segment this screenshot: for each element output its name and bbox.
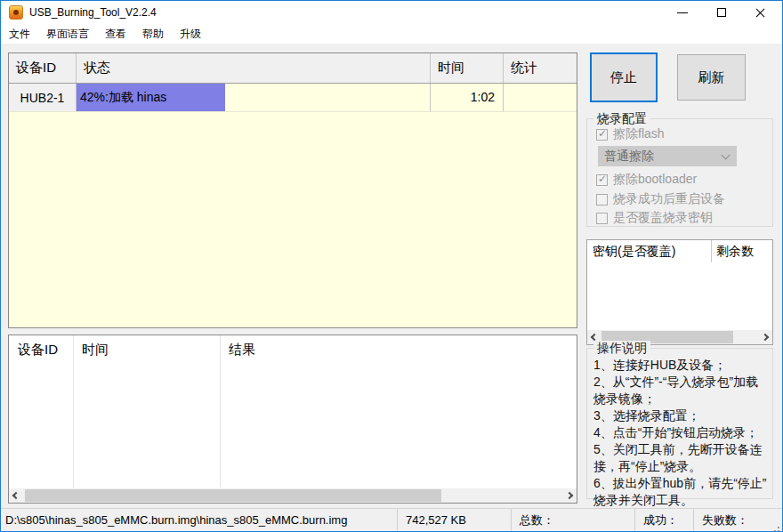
- app-icon: [9, 5, 23, 20]
- device-table: 设备ID 状态 时间 统计 HUB2-1 42%:加载 hinas 1:02: [8, 52, 577, 328]
- erase-bootloader-option: 擦除bootloader: [596, 172, 697, 188]
- instruction-step: 2、从“文件”-“导入烧录包”加载烧录镜像；: [593, 374, 769, 407]
- app-window: USB_Burning_Tool_V2.2.4 文件 界面语言 查看 帮助 升级…: [0, 0, 783, 532]
- status-fail-label: 失败数：: [693, 509, 782, 531]
- status-bar: D:\s805\hinas_s805_eMMC.burn.img\hinas_s…: [1, 508, 782, 531]
- erase-bootloader-checkbox: [596, 174, 608, 186]
- status-file-path: D:\s805\hinas_s805_eMMC.burn.img\hinas_s…: [1, 509, 397, 531]
- key-table-col-remaining: 剩余数: [712, 240, 772, 262]
- device-id-cell: HUB2-1: [9, 84, 77, 111]
- device-table-col-device-id: 设备ID: [9, 53, 77, 83]
- overwrite-key-label: 是否覆盖烧录密钥: [613, 210, 713, 226]
- column-divider: [220, 335, 221, 488]
- status-total-label: 总数：: [511, 509, 634, 531]
- title-bar: USB_Burning_Tool_V2.2.4: [1, 1, 782, 24]
- device-table-col-stats: 统计: [504, 53, 577, 83]
- status-cell: 42%:加载 hinas: [77, 84, 431, 111]
- result-table-col-device-id: 设备ID: [9, 335, 73, 365]
- maximize-button[interactable]: [702, 1, 741, 24]
- minimize-icon: [677, 12, 688, 13]
- status-file-size: 742,527 KB: [397, 509, 511, 531]
- minimize-button[interactable]: [663, 1, 702, 24]
- erase-flash-checkbox: [596, 129, 608, 141]
- overwrite-key-checkbox: [596, 213, 608, 224]
- close-button[interactable]: [741, 1, 780, 24]
- menu-item-file[interactable]: 文件: [1, 24, 38, 44]
- window-controls: [663, 1, 780, 24]
- scroll-left-icon[interactable]: [9, 488, 23, 503]
- overwrite-key-option: 是否覆盖烧录密钥: [596, 210, 713, 226]
- erase-mode-dropdown: 普通擦除: [598, 146, 737, 166]
- reset-after-success-checkbox: [596, 194, 608, 206]
- instruction-step: 4、点击“开始”按钮启动烧录；: [593, 424, 769, 441]
- key-table-col-key: 密钥(是否覆盖): [587, 240, 712, 262]
- reset-after-success-option: 烧录成功后重启设备: [596, 191, 725, 207]
- device-table-col-time: 时间: [431, 53, 504, 83]
- key-table-header: 密钥(是否覆盖) 剩余数: [587, 240, 772, 262]
- erase-flash-label: 擦除flash: [613, 126, 665, 142]
- time-cell: 1:02: [431, 84, 504, 111]
- menu-item-language[interactable]: 界面语言: [38, 24, 97, 44]
- device-row[interactable]: HUB2-1 42%:加载 hinas 1:02: [9, 84, 577, 112]
- instruction-step: 5、关闭工具前，先断开设备连接，再“停止”烧录。: [593, 441, 769, 475]
- erase-flash-option: 擦除flash: [596, 126, 665, 142]
- scroll-right-icon[interactable]: [562, 488, 577, 503]
- status-text: 42%:加载 hinas: [77, 84, 430, 111]
- status-success-label: 成功：: [634, 509, 693, 531]
- stop-button[interactable]: 停止: [590, 52, 658, 102]
- result-table-col-time: 时间: [73, 335, 220, 365]
- reset-after-success-label: 烧录成功后重启设备: [613, 191, 725, 207]
- menu-bar: 文件 界面语言 查看 帮助 升级: [1, 24, 782, 44]
- device-table-header: 设备ID 状态 时间 统计: [9, 53, 577, 84]
- burn-config-group: 烧录配置 擦除flash 普通擦除 擦除bootloader 烧录成功后重启设备…: [586, 118, 773, 227]
- maximize-icon: [717, 8, 726, 17]
- erase-bootloader-label: 擦除bootloader: [613, 172, 697, 188]
- instruction-step: 1、连接好HUB及设备；: [593, 357, 769, 374]
- menu-item-view[interactable]: 查看: [97, 24, 134, 44]
- column-divider: [73, 335, 74, 488]
- instructions-title: 操作说明: [593, 341, 650, 357]
- key-table: 密钥(是否覆盖) 剩余数: [586, 239, 773, 345]
- menu-item-upgrade[interactable]: 升级: [172, 24, 209, 44]
- burn-config-title: 烧录配置: [593, 111, 650, 127]
- refresh-button[interactable]: 刷新: [677, 54, 746, 101]
- stats-cell: [504, 84, 577, 111]
- resize-grip[interactable]: [778, 527, 779, 528]
- instruction-step: 3、选择烧录配置；: [593, 407, 769, 424]
- result-table-header: 设备ID 时间 结果: [9, 335, 577, 365]
- scroll-right-icon[interactable]: [758, 330, 772, 344]
- window-title: USB_Burning_Tool_V2.2.4: [29, 6, 157, 19]
- instructions-body: 1、连接好HUB及设备； 2、从“文件”-“导入烧录包”加载烧录镜像； 3、选择…: [593, 357, 769, 509]
- result-table-hscrollbar[interactable]: [9, 488, 577, 503]
- instructions-group: 操作说明 1、连接好HUB及设备； 2、从“文件”-“导入烧录包”加载烧录镜像；…: [586, 348, 773, 499]
- device-table-col-status: 状态: [77, 53, 431, 83]
- result-table-scroll-thumb[interactable]: [25, 489, 441, 502]
- instruction-step: 6、拔出外置hub前，请先“停止”烧录并关闭工具。: [593, 475, 769, 509]
- menu-item-help[interactable]: 帮助: [134, 24, 172, 44]
- result-table: 设备ID 时间 结果: [8, 335, 577, 504]
- result-table-col-result: 结果: [220, 335, 577, 365]
